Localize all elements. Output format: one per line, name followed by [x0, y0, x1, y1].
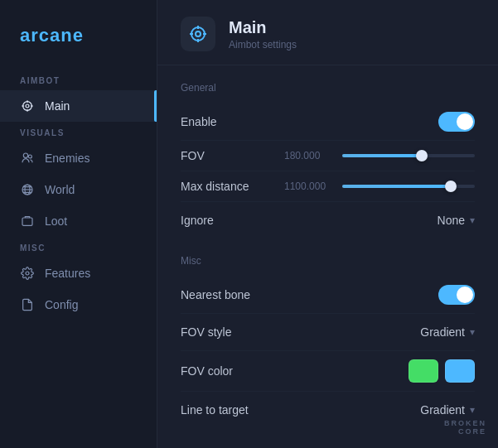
loot-icon: [20, 214, 35, 229]
sidebar-item-world[interactable]: World: [0, 174, 157, 205]
toggle-knob: [457, 113, 473, 130]
enable-toggle[interactable]: [438, 112, 475, 132]
watermark-line2: CORE: [458, 428, 486, 436]
svg-point-12: [26, 272, 29, 275]
nearest-bone-label: Nearest bone: [181, 288, 264, 301]
sidebar-item-features[interactable]: Features: [0, 258, 157, 289]
fov-color-swatch-blue[interactable]: [445, 359, 475, 383]
page-subtitle: Aimbot settings: [229, 39, 297, 51]
fov-style-right: Gradient ▾: [420, 322, 475, 342]
max-distance-slider-fill: [342, 185, 451, 188]
misc-label: Misc: [181, 255, 475, 267]
line-to-target-dropdown-value: Gradient: [420, 403, 465, 417]
svg-point-6: [23, 153, 27, 157]
page-title: Main: [229, 18, 297, 37]
max-distance-slider-track[interactable]: [342, 185, 475, 188]
enable-label: Enable: [181, 115, 264, 128]
fov-label: FOV: [181, 149, 264, 162]
svg-point-1: [26, 104, 29, 108]
fov-slider-container: 180.000: [284, 150, 475, 161]
nearest-bone-toggle[interactable]: [438, 285, 475, 305]
setting-row-enable: Enable: [181, 104, 475, 141]
globe-icon: [20, 182, 35, 197]
fov-value: 180.000: [284, 150, 334, 161]
max-distance-value: 1100.000: [284, 181, 334, 192]
app-logo: arcane: [0, 17, 157, 70]
fov-color-label: FOV color: [181, 364, 264, 378]
setting-row-ignore: Ignore None ▾: [181, 202, 475, 238]
fov-slider-thumb[interactable]: [416, 150, 428, 161]
fov-slider-track[interactable]: [342, 154, 475, 157]
page-title-group: Main Aimbot settings: [229, 18, 297, 51]
max-distance-right: 1100.000: [284, 181, 475, 192]
setting-row-nearest-bone: Nearest bone: [181, 277, 475, 314]
svg-point-7: [28, 155, 31, 158]
fov-color-right: [409, 359, 475, 383]
crosshair-icon: [20, 99, 35, 113]
fov-style-dropdown-arrow: ▾: [470, 326, 475, 338]
fov-style-dropdown-value: Gradient: [420, 325, 465, 339]
page-header: Main Aimbot settings: [157, 0, 498, 65]
sidebar-item-config[interactable]: Config: [0, 289, 157, 320]
setting-row-max-distance: Max distance 1100.000: [181, 171, 475, 202]
fov-slider-fill: [342, 154, 422, 157]
line-to-target-dropdown[interactable]: Gradient ▾: [420, 400, 475, 420]
page-header-icon: [181, 17, 215, 51]
fov-color-swatch-green[interactable]: [409, 359, 438, 383]
ignore-dropdown-arrow: ▾: [470, 214, 475, 226]
users-icon: [20, 151, 35, 166]
file-icon: [20, 297, 35, 312]
nearest-bone-toggle-knob: [457, 287, 473, 303]
gear-icon: [20, 266, 35, 281]
sidebar-item-world-label: World: [45, 183, 75, 196]
sidebar-item-main-label: Main: [45, 99, 70, 113]
watermark: BROKEN CORE: [444, 420, 486, 436]
sidebar: arcane AIMBOT Main VISUALS Enemies World…: [0, 0, 157, 448]
fov-style-label: FOV style: [181, 325, 264, 339]
sidebar-item-loot-label: Loot: [45, 214, 67, 228]
setting-row-fov: FOV 180.000: [181, 141, 475, 171]
sidebar-item-enemies-label: Enemies: [45, 152, 89, 165]
max-distance-label: Max distance: [181, 180, 264, 193]
sidebar-item-enemies[interactable]: Enemies: [0, 142, 157, 174]
setting-row-fov-color: FOV color: [181, 351, 475, 392]
ignore-right: None ▾: [438, 210, 475, 230]
main-content: Main Aimbot settings General Enable FOV: [157, 0, 498, 448]
ignore-dropdown-value: None: [438, 214, 465, 227]
svg-point-14: [196, 31, 201, 36]
sidebar-item-loot[interactable]: Loot: [0, 205, 157, 237]
misc-group: Misc Nearest bone FOV style Gradient ▾: [181, 255, 475, 428]
fov-right: 180.000: [284, 150, 475, 161]
ignore-label: Ignore: [181, 214, 264, 227]
max-distance-slider-container: 1100.000: [284, 181, 475, 192]
svg-point-0: [23, 102, 32, 111]
general-group: General Enable FOV 180.000: [181, 82, 475, 238]
sidebar-item-main[interactable]: Main: [0, 90, 157, 122]
svg-rect-11: [22, 218, 32, 225]
nearest-bone-right: [438, 285, 475, 305]
section-misc: MISC: [0, 237, 157, 258]
max-distance-slider-thumb[interactable]: [445, 181, 457, 192]
section-aimbot: AIMBOT: [0, 70, 157, 90]
svg-point-13: [191, 27, 205, 41]
setting-row-line-to-target: Line to target Gradient ▾: [181, 392, 475, 428]
section-visuals: VISUALS: [0, 122, 157, 142]
line-to-target-right: Gradient ▾: [420, 400, 475, 420]
line-to-target-label: Line to target: [181, 403, 264, 417]
sidebar-item-config-label: Config: [45, 298, 78, 311]
fov-style-dropdown[interactable]: Gradient ▾: [420, 322, 475, 342]
ignore-dropdown[interactable]: None ▾: [438, 210, 475, 230]
general-label: General: [181, 82, 475, 94]
content-area: General Enable FOV 180.000: [157, 65, 498, 448]
enable-right: [438, 112, 475, 132]
line-to-target-dropdown-arrow: ▾: [470, 404, 475, 416]
sidebar-item-features-label: Features: [45, 267, 90, 280]
setting-row-fov-style: FOV style Gradient ▾: [181, 314, 475, 351]
